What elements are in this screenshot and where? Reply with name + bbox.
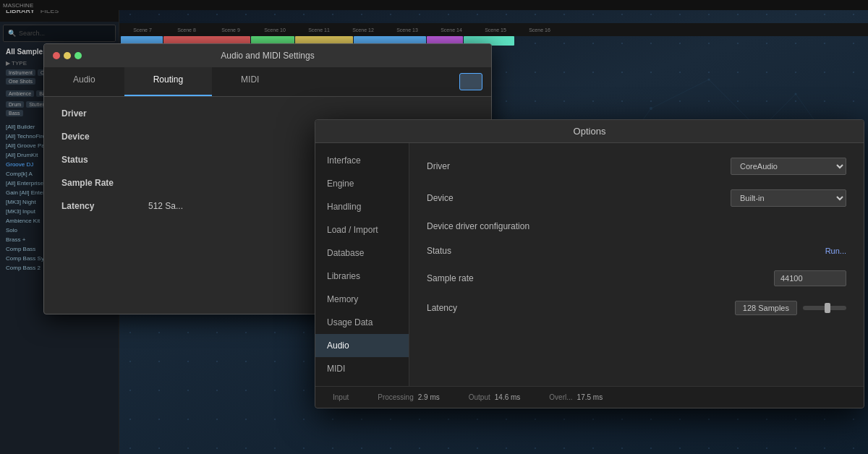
options-samplerate-row: Sample rate bbox=[427, 270, 846, 286]
options-latency-label: Latency bbox=[427, 303, 571, 313]
tab-midi[interactable]: MIDI bbox=[212, 67, 288, 96]
options-ddc-row: Device driver configuration bbox=[427, 221, 846, 231]
svg-line-15 bbox=[651, 80, 709, 108]
track-label: Scene 8 bbox=[165, 27, 208, 33]
dialog-title: Audio and MIDI Settings bbox=[221, 51, 314, 61]
nav-item-handling[interactable]: Handling bbox=[315, 195, 409, 218]
device-icon-container bbox=[451, 67, 491, 96]
options-ddc-label: Device driver configuration bbox=[427, 221, 571, 231]
driver-row: Driver bbox=[61, 108, 474, 119]
sidebar-search[interactable]: 🔍 Search... bbox=[3, 25, 116, 42]
track-label: Scene 16 bbox=[518, 27, 561, 33]
options-device-control: Built-in bbox=[571, 189, 846, 207]
options-device-label: Device bbox=[427, 193, 571, 203]
filter-drum[interactable]: Drum bbox=[6, 101, 24, 108]
options-latency-row: Latency 128 Samples bbox=[427, 301, 846, 315]
status-output: Output 14.6 ms bbox=[469, 393, 521, 401]
options-status-label: Status bbox=[427, 246, 571, 256]
filter-bass2[interactable]: Bass bbox=[6, 110, 23, 116]
dialog-titlebar: Audio and MIDI Settings bbox=[44, 44, 491, 67]
options-statusbar: Input Processing 2.9 ms Output 14.6 ms O… bbox=[315, 386, 864, 408]
options-content: Driver CoreAudio Device Built-in Dev bbox=[409, 143, 864, 386]
options-status-control: Run... bbox=[571, 247, 846, 255]
options-device-row: Device Built-in bbox=[427, 189, 846, 207]
driver-select[interactable]: CoreAudio bbox=[731, 158, 846, 175]
options-samplerate-control bbox=[571, 270, 846, 286]
close-button[interactable] bbox=[53, 52, 60, 59]
options-driver-row: Driver CoreAudio bbox=[427, 158, 846, 175]
latency-slider[interactable] bbox=[803, 306, 846, 310]
nav-item-memory[interactable]: Memory bbox=[315, 288, 409, 311]
latency-label: Latency bbox=[61, 201, 148, 211]
status-processing: Processing 2.9 ms bbox=[378, 393, 439, 401]
track-label: Scene 13 bbox=[386, 27, 429, 33]
latency-slider-row: 128 Samples bbox=[571, 301, 846, 315]
options-samplerate-label: Sample rate bbox=[427, 273, 571, 283]
processing-label: Processing bbox=[378, 393, 413, 401]
options-dialog: Options Interface Engine Handling Load /… bbox=[315, 119, 864, 408]
daw-topbar: MASCHINE bbox=[0, 0, 868, 10]
nav-item-libraries[interactable]: Libraries bbox=[315, 265, 409, 288]
track-label: Scene 7 bbox=[121, 27, 164, 33]
output-label: Output bbox=[469, 393, 490, 401]
dialog-tabs: Audio Routing MIDI bbox=[44, 67, 491, 97]
latency-value: 512 Sa... bbox=[148, 201, 183, 211]
overload-value: 17.5 ms bbox=[577, 393, 603, 401]
slider-thumb bbox=[825, 303, 830, 313]
titlebar-dots bbox=[53, 52, 82, 59]
nav-item-audio[interactable]: Audio bbox=[315, 334, 409, 357]
status-running-text: Run... bbox=[825, 247, 846, 255]
filter-chip-oneshots[interactable]: One Shots bbox=[6, 78, 35, 85]
device-icon bbox=[459, 73, 482, 90]
latency-badge: 128 Samples bbox=[735, 301, 797, 315]
nav-item-usage-data[interactable]: Usage Data bbox=[315, 311, 409, 334]
options-body: Interface Engine Handling Load / Import … bbox=[315, 143, 864, 386]
search-icon: 🔍 bbox=[8, 30, 16, 37]
overload-label: Overl... bbox=[549, 393, 572, 401]
track-labels-row: Scene 7 Scene 8 Scene 9 Scene 10 Scene 1… bbox=[119, 23, 868, 36]
options-nav: Interface Engine Handling Load / Import … bbox=[315, 143, 409, 386]
options-status-row: Status Run... bbox=[427, 246, 846, 256]
nav-item-interface[interactable]: Interface bbox=[315, 149, 409, 172]
tab-audio[interactable]: Audio bbox=[44, 67, 124, 96]
options-driver-label: Driver bbox=[427, 161, 571, 171]
nav-item-engine[interactable]: Engine bbox=[315, 172, 409, 195]
options-titlebar: Options bbox=[315, 120, 864, 143]
search-placeholder: Search... bbox=[19, 30, 45, 37]
minimize-button[interactable] bbox=[64, 52, 71, 59]
sample-rate-input[interactable] bbox=[774, 270, 846, 286]
driver-label: Driver bbox=[61, 108, 148, 119]
filter-chip-instrument[interactable]: Instrument bbox=[6, 69, 35, 76]
nav-item-load-import[interactable]: Load / Import bbox=[315, 218, 409, 241]
track-label: Scene 10 bbox=[253, 27, 297, 33]
status-overload: Overl... 17.5 ms bbox=[549, 393, 603, 401]
status-input: Input bbox=[333, 393, 349, 401]
device-select[interactable]: Built-in bbox=[731, 189, 846, 207]
tab-routing[interactable]: Routing bbox=[124, 67, 212, 96]
filter-ambience[interactable]: Ambience bbox=[6, 90, 34, 97]
track-label: Scene 14 bbox=[430, 27, 473, 33]
options-latency-control: 128 Samples bbox=[571, 301, 846, 315]
app-name: MASCHINE bbox=[3, 2, 33, 9]
options-driver-control: CoreAudio bbox=[571, 158, 846, 175]
device-label: Device bbox=[61, 132, 148, 142]
sample-rate-label: Sample Rate bbox=[61, 178, 148, 188]
track-label: Scene 11 bbox=[297, 27, 341, 33]
maximize-button[interactable] bbox=[75, 52, 82, 59]
nav-item-midi[interactable]: MIDI bbox=[315, 357, 409, 380]
options-dialog-title: Options bbox=[574, 126, 606, 137]
processing-value: 2.9 ms bbox=[418, 393, 440, 401]
output-value: 14.6 ms bbox=[495, 393, 521, 401]
status-label: Status bbox=[61, 155, 148, 165]
track-label: Scene 9 bbox=[209, 27, 252, 33]
track-label: Scene 12 bbox=[341, 27, 385, 33]
track-label: Scene 15 bbox=[474, 27, 517, 33]
nav-item-database[interactable]: Database bbox=[315, 241, 409, 265]
input-label: Input bbox=[333, 393, 349, 401]
